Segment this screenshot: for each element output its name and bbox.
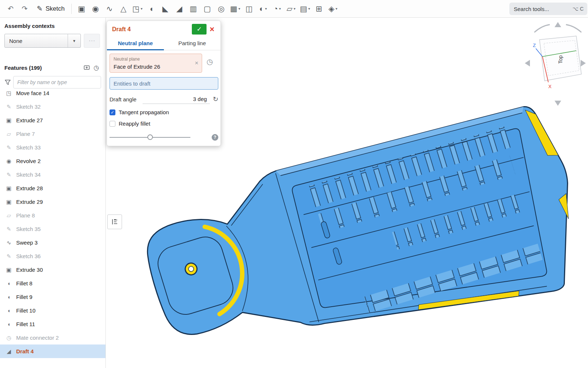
flip-direction-icon[interactable]: ↻ — [213, 95, 218, 104]
search-tools-box[interactable]: ⌥ C — [509, 3, 587, 15]
tool-sheet-metal-button[interactable]: ▤▾ — [298, 1, 312, 16]
new-folder-icon[interactable] — [82, 64, 92, 71]
tool-shell-button[interactable]: ▢ — [200, 1, 214, 16]
feature-item-mate-connector-2[interactable]: ◷Mate connector 2 — [0, 331, 105, 344]
feature-label: Extrude 28 — [16, 185, 43, 191]
sketch-button[interactable]: ✎ Sketch — [33, 1, 68, 16]
view-arrow-up[interactable] — [555, 22, 561, 27]
feature-label: Draft 4 — [16, 348, 34, 354]
tool-sweep-button[interactable]: ∿ — [103, 1, 116, 16]
tab-neutral-plane[interactable]: Neutral plane — [107, 37, 164, 50]
feature-item-fillet-10[interactable]: ◖Fillet 10 — [0, 304, 105, 317]
feature-item-sketch-33[interactable]: ✎Sketch 33 — [0, 141, 105, 154]
tool-hole-button[interactable]: ◎ — [214, 1, 228, 16]
mate-connector-icon[interactable]: ◷ — [207, 57, 213, 73]
feature-item-extrude-30[interactable]: ▣Extrude 30 — [0, 263, 105, 277]
redo-button[interactable]: ↷ — [18, 1, 32, 16]
feature-item-fillet-11[interactable]: ◖Fillet 11 — [0, 317, 105, 331]
dropdown-arrow-icon[interactable]: ▼ — [68, 34, 80, 47]
help-icon[interactable]: ? — [212, 134, 218, 141]
feature-item-sketch-36[interactable]: ✎Sketch 36 — [0, 249, 105, 263]
entities-to-draft-field[interactable]: Entities to draft — [110, 77, 218, 90]
feature-label: Fillet 10 — [16, 307, 36, 314]
tool-fillet-button[interactable]: ◖ — [144, 1, 158, 16]
checkbox-checked-icon: ✓ — [110, 109, 115, 115]
assembly-context-dropdown[interactable]: None ▼ — [4, 34, 81, 48]
plane-icon: ▱ — [5, 212, 12, 219]
rotate-cw-arrow[interactable] — [566, 25, 581, 32]
tool-linear-pattern-button[interactable]: ▦▾ — [228, 1, 242, 16]
tool-plane-tools-button[interactable]: ▱▾ — [284, 1, 298, 16]
context-more-button[interactable]: ⋯ — [84, 34, 100, 48]
feature-label: Fillet 11 — [16, 321, 35, 327]
dialog-slider[interactable] — [110, 137, 190, 138]
feature-label: Sketch 32 — [16, 104, 41, 110]
chevron-down-icon[interactable]: ▾ — [239, 7, 240, 11]
tool-select-region-button[interactable]: ⊞ — [312, 1, 326, 16]
feature-item-extrude-28[interactable]: ▣Extrude 28 — [0, 181, 105, 195]
tool-rib-button[interactable]: ▥ — [186, 1, 200, 16]
feature-item-plane-7[interactable]: ▱Plane 7 — [0, 127, 105, 141]
feature-filter-input[interactable] — [13, 76, 101, 89]
feature-item-plane-8[interactable]: ▱Plane 8 — [0, 209, 105, 222]
close-icon: × — [210, 25, 215, 34]
chevron-down-icon[interactable]: ▾ — [294, 7, 295, 11]
undo-icon: ↶ — [8, 4, 14, 13]
fillet-icon: ◖ — [149, 4, 154, 13]
tool-thicken-button[interactable]: ◳▾ — [130, 1, 144, 16]
sheet-metal-icon: ▤ — [300, 4, 307, 13]
tool-revolve-button[interactable]: ◉ — [89, 1, 103, 16]
tangent-propagation-checkbox[interactable]: ✓ Tangent propagation — [110, 109, 218, 115]
feature-list-toggle-button[interactable] — [107, 214, 122, 229]
view-arrow-left[interactable] — [525, 60, 530, 66]
draft-angle-input[interactable]: 3 deg — [143, 96, 210, 104]
clear-selection-icon[interactable]: × — [195, 59, 198, 67]
view-arrow-down[interactable] — [555, 101, 561, 106]
feature-item-sketch-35[interactable]: ✎Sketch 35 — [0, 222, 105, 236]
feature-item-sketch-34[interactable]: ✎Sketch 34 — [0, 168, 105, 181]
feature-item-sweep-3[interactable]: ∿Sweep 3 — [0, 236, 105, 249]
chevron-down-icon[interactable]: ▾ — [279, 7, 281, 11]
rotate-ccw-arrow[interactable] — [534, 25, 550, 32]
cancel-button[interactable]: × — [207, 24, 218, 35]
slider-handle[interactable] — [147, 134, 153, 140]
feature-item-extrude-29[interactable]: ▣Extrude 29 — [0, 195, 105, 209]
feature-item-draft-4[interactable]: ◢Draft 4 — [0, 344, 105, 358]
feature-label: Sketch 35 — [16, 226, 41, 232]
rollback-history-icon[interactable]: ◷ — [92, 64, 101, 72]
surface-tools-icon: ◔ — [273, 4, 278, 13]
feature-item-fillet-9[interactable]: ◖Fillet 9 — [0, 290, 105, 304]
linear-pattern-icon: ▦ — [230, 4, 237, 13]
search-tools-input[interactable] — [513, 6, 562, 12]
tool-draft-button[interactable]: ◢ — [172, 1, 186, 16]
feature-label: Extrude 27 — [16, 117, 43, 123]
feature-item-sketch-32[interactable]: ✎Sketch 32 — [0, 100, 105, 113]
tool-chamfer-button[interactable]: ◣ — [158, 1, 172, 16]
feature-item-revolve-2[interactable]: ◉Revolve 2 — [0, 154, 105, 168]
feature-item-extrude-27[interactable]: ▣Extrude 27 — [0, 113, 105, 127]
dialog-title: Draft 4 — [112, 26, 192, 33]
reapply-fillet-checkbox[interactable]: Reapply fillet — [110, 120, 218, 127]
chevron-down-icon[interactable]: ▾ — [336, 7, 337, 11]
view-cube[interactable]: Top Z X — [521, 20, 588, 108]
view-arrow-right[interactable] — [581, 60, 586, 66]
assembly-tools-icon: ◈ — [329, 4, 334, 13]
plane-icon: ▱ — [5, 131, 12, 137]
tool-mirror-button[interactable]: ◫ — [242, 1, 256, 16]
confirm-button[interactable]: ✓ — [192, 24, 207, 35]
tool-extrude-button[interactable]: ▣ — [75, 1, 89, 16]
chevron-down-icon[interactable]: ▾ — [308, 7, 310, 11]
draft-dialog: Draft 4 ✓ × Neutral plane Parting line N… — [107, 21, 221, 146]
chevron-down-icon[interactable]: ▾ — [141, 7, 143, 11]
tool-boolean-button[interactable]: ◐▾ — [256, 1, 270, 16]
fillet-icon: ◖ — [5, 321, 12, 327]
tab-parting-line[interactable]: Parting line — [164, 37, 221, 50]
tool-surface-tools-button[interactable]: ◔▾ — [270, 1, 284, 16]
chevron-down-icon[interactable]: ▾ — [265, 7, 267, 11]
feature-item-fillet-8[interactable]: ◖Fillet 8 — [0, 277, 105, 290]
sketch-icon: ✎ — [5, 104, 12, 110]
tool-loft-button[interactable]: △ — [116, 1, 130, 16]
tool-assembly-tools-button[interactable]: ◈▾ — [326, 1, 340, 16]
neutral-plane-field[interactable]: Neutral plane Face of Extrude 26 × — [110, 54, 202, 73]
undo-button[interactable]: ↶ — [4, 1, 18, 16]
